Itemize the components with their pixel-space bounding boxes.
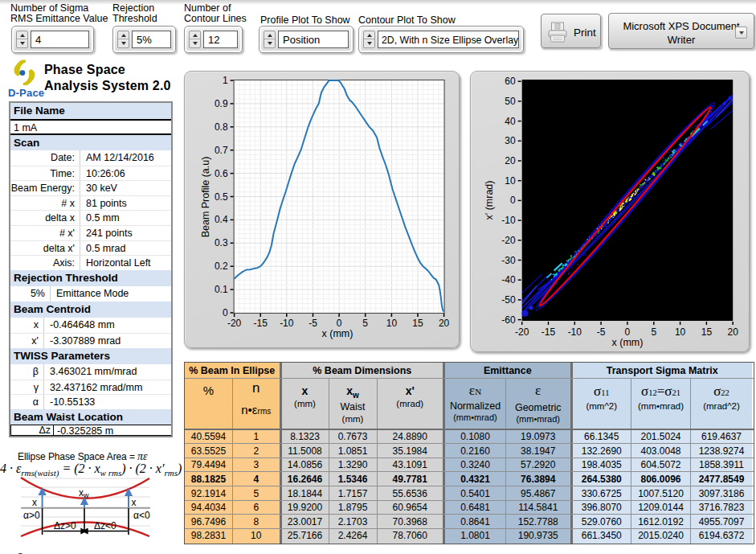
svg-text:-5: -5 <box>597 326 606 338</box>
svg-text:10: 10 <box>386 318 398 329</box>
svg-text:Δz>0: Δz>0 <box>54 520 76 531</box>
svg-text:-15: -15 <box>541 326 556 338</box>
svg-text:20: 20 <box>728 326 739 338</box>
svg-text:-20: -20 <box>515 326 529 338</box>
svg-text:α>0: α>0 <box>23 510 40 521</box>
svg-text:x (mm): x (mm) <box>322 328 353 339</box>
svg-text:0.3: 0.3 <box>215 237 228 248</box>
svg-text:α<0: α<0 <box>133 510 150 521</box>
svg-text:-50: -50 <box>501 294 516 306</box>
svg-text:Δz<0: Δz<0 <box>94 520 116 531</box>
svg-text:0.5: 0.5 <box>215 191 228 203</box>
svg-text:xw: xw <box>79 487 89 499</box>
svg-text:0.1: 0.1 <box>215 284 228 295</box>
svg-text:-20: -20 <box>501 235 516 246</box>
svg-text:x: x <box>32 497 37 508</box>
svg-text:1: 1 <box>223 75 228 86</box>
svg-text:0: 0 <box>625 326 631 338</box>
svg-text:10: 10 <box>505 175 516 187</box>
svg-text:0.8: 0.8 <box>215 121 228 133</box>
svg-text:-15: -15 <box>254 318 268 329</box>
svg-text:-60: -60 <box>501 314 516 326</box>
svg-text:5: 5 <box>362 318 368 329</box>
svg-text:0.2: 0.2 <box>215 261 228 272</box>
svg-text:x: x <box>132 497 137 508</box>
svg-text:-5: -5 <box>309 318 317 329</box>
svg-text:-30: -30 <box>501 255 516 266</box>
svg-text:15: 15 <box>412 318 423 329</box>
svg-text:0: 0 <box>510 195 516 206</box>
svg-text:20: 20 <box>505 155 516 166</box>
svg-text:30: 30 <box>505 135 516 146</box>
svg-text:x (mm): x (mm) <box>612 337 644 348</box>
svg-text:60: 60 <box>505 76 516 87</box>
svg-text:0.4: 0.4 <box>215 214 228 225</box>
svg-text:0: 0 <box>223 307 228 318</box>
svg-text:15: 15 <box>701 326 713 338</box>
svg-text:0.9: 0.9 <box>215 98 228 109</box>
svg-text:-40: -40 <box>501 274 516 285</box>
svg-text:-10: -10 <box>501 215 516 226</box>
svg-text:-10: -10 <box>568 326 582 338</box>
svg-text:40: 40 <box>505 116 516 127</box>
svg-text:50: 50 <box>505 96 516 107</box>
svg-text:-20: -20 <box>227 318 242 329</box>
svg-text:-10: -10 <box>280 318 294 329</box>
svg-text:0: 0 <box>337 318 342 329</box>
svg-text:Beam Profile (a.u): Beam Profile (a.u) <box>200 157 211 238</box>
svg-text:10: 10 <box>675 326 686 338</box>
svg-text:0.6: 0.6 <box>215 168 228 179</box>
svg-text:0.7: 0.7 <box>215 145 228 156</box>
svg-text:x' (mrad): x' (mrad) <box>484 181 495 220</box>
svg-text:20: 20 <box>439 318 450 329</box>
svg-text:5: 5 <box>651 326 656 338</box>
